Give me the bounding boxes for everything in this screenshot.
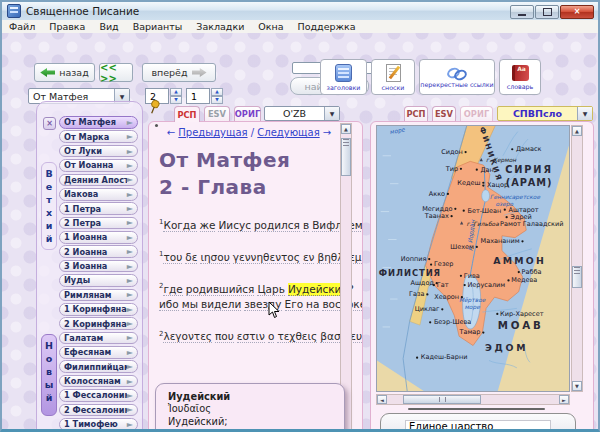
scrollbar-thumb[interactable]: [572, 266, 582, 288]
city-dot: [429, 321, 431, 323]
maximize-button[interactable]: [535, 5, 559, 19]
word[interactable]: Когда: [163, 219, 196, 232]
book-item[interactable]: Колоссянам: [59, 375, 138, 388]
word[interactable]: ο: [268, 330, 274, 343]
word[interactable]: ибо: [159, 298, 179, 311]
map-horizontal-scrollbar[interactable]: ◄ ►: [376, 394, 570, 405]
back-button[interactable]: назад: [34, 63, 95, 82]
spin-down-icon[interactable]: ▼: [170, 96, 182, 104]
tab-рсп[interactable]: РСП: [174, 106, 200, 122]
city-dot: [416, 357, 418, 359]
next-chapter-link[interactable]: Следующая: [257, 127, 319, 138]
forward-button[interactable]: вперёд: [142, 63, 216, 82]
book-item[interactable]: 2 Коринфянам: [59, 317, 138, 330]
word[interactable]: του: [163, 251, 182, 264]
book-item[interactable]: 2 Петра: [59, 217, 138, 230]
word[interactable]: родился: [254, 219, 300, 232]
word[interactable]: Царь: [257, 283, 284, 296]
word[interactable]: που: [215, 330, 234, 343]
spin-up-icon[interactable]: ▲: [170, 88, 182, 96]
prev-chapter-link[interactable]: Предыдущая: [178, 127, 247, 138]
book-item[interactable]: Иакова: [59, 188, 138, 201]
scroll-up-icon[interactable]: ▲: [572, 126, 582, 136]
menu-item[interactable]: Правка: [42, 21, 92, 32]
dictionary-button[interactable]: словарь: [499, 59, 541, 95]
word[interactable]: δε: [185, 251, 197, 264]
book-item[interactable]: Римлянам: [59, 289, 138, 302]
book-item[interactable]: Деяния Апостолов: [59, 174, 138, 187]
word[interactable]: видели: [201, 298, 241, 311]
verse-spinner[interactable]: 1 ▲ ▼: [186, 88, 223, 104]
word[interactable]: γεννηθεντος: [233, 251, 300, 264]
tab-new-testament[interactable]: Новый: [41, 334, 57, 416]
word[interactable]: τεχθεις: [277, 330, 317, 343]
menu-item[interactable]: Поддержка: [291, 21, 363, 32]
word[interactable]: на: [306, 298, 319, 311]
scroll-down-icon[interactable]: ▼: [572, 381, 582, 391]
scroll-up-icon[interactable]: ▲: [341, 124, 351, 134]
book-item[interactable]: От Марка: [59, 130, 138, 143]
map-view[interactable]: ДамаскСидонТирДанКедешХацорАккоМегиддоБе…: [376, 125, 570, 392]
book-item[interactable]: 1 Тимофею: [59, 418, 138, 431]
tab-esv[interactable]: ESV: [432, 106, 456, 121]
tab-esv[interactable]: ESV: [204, 106, 230, 121]
menu-item[interactable]: Закладки: [189, 21, 251, 32]
map-caption-input[interactable]: [405, 420, 551, 432]
book-item[interactable]: От Иоанна: [59, 159, 138, 172]
word[interactable]: где: [163, 283, 182, 296]
menu-item[interactable]: Файл: [2, 21, 42, 32]
map-dropdown[interactable]: СПВПсло ▼: [497, 106, 593, 121]
spin-down-icon[interactable]: ▼: [211, 96, 223, 104]
word[interactable]: λεγοντες: [163, 330, 212, 343]
book-item[interactable]: 2 Фессалоникийцам: [59, 404, 138, 417]
menu-item[interactable]: Вид: [92, 21, 125, 32]
chevron-down-icon[interactable]: ▼: [324, 107, 339, 120]
tab-ориг[interactable]: ОРИГ: [234, 106, 261, 121]
minimize-button[interactable]: [510, 5, 534, 19]
book-item[interactable]: Ефесянам: [59, 346, 138, 359]
book-item[interactable]: 1 Иоанна: [59, 231, 138, 244]
book-item[interactable]: От Луки: [59, 145, 138, 158]
word[interactable]: родившийся: [186, 283, 255, 296]
footnotes-button[interactable]: сноски: [371, 59, 415, 95]
spin-up-icon[interactable]: ▲: [211, 88, 223, 96]
word[interactable]: в: [303, 219, 309, 232]
book-item[interactable]: От Матфея: [59, 116, 138, 129]
book-item[interactable]: Иуды: [59, 274, 138, 287]
chapter-arrow-icon: [127, 190, 133, 199]
close-button[interactable]: ×: [560, 5, 594, 19]
skip-button[interactable]: << >>: [99, 63, 133, 82]
book-item[interactable]: 1 Петра: [59, 202, 138, 215]
word[interactable]: Вифлееме: [312, 219, 363, 232]
book-item[interactable]: Филиппийцам: [59, 360, 138, 373]
book-item[interactable]: 1 Фессалоникийцам: [59, 389, 138, 402]
close-panel-button[interactable]: ×: [43, 117, 56, 130]
scroll-right-icon[interactable]: ►: [559, 395, 569, 404]
word[interactable]: Иисус: [218, 219, 250, 232]
button-label: заголовки: [327, 84, 361, 91]
chevron-down-icon[interactable]: ▼: [577, 107, 592, 120]
book-item[interactable]: 2 Иоанна: [59, 245, 138, 258]
scrollbar-thumb[interactable]: [403, 395, 481, 404]
menu-item[interactable]: Окна: [251, 21, 290, 32]
map-slider[interactable]: [408, 408, 545, 410]
menu-item[interactable]: Варианты: [126, 21, 190, 32]
word[interactable]: же: [200, 219, 216, 232]
map-vertical-scrollbar[interactable]: ▲ ▼: [571, 125, 583, 392]
book-item[interactable]: 1 Коринфянам: [59, 303, 138, 316]
word[interactable]: εν: [303, 251, 315, 264]
crossrefs-button[interactable]: перекрестные ссылки: [419, 59, 495, 95]
word[interactable]: мы: [182, 298, 198, 311]
word[interactable]: ιησου: [200, 251, 229, 264]
tab-old-testament[interactable]: Ветхий: [41, 162, 57, 250]
scroll-left-icon[interactable]: ◄: [377, 395, 387, 404]
headings-button[interactable]: заголовки: [320, 59, 367, 95]
word[interactable]: Его: [285, 298, 304, 311]
book-item[interactable]: Галатам: [59, 332, 138, 345]
lang-dropdown[interactable]: O'ZB ▼: [264, 106, 340, 121]
word[interactable]: εστιν: [237, 330, 265, 343]
tab-рсп[interactable]: РСП: [404, 106, 428, 121]
scrollbar-thumb[interactable]: [341, 138, 351, 176]
tab-ориг[interactable]: ОРИГ: [460, 106, 493, 121]
book-item[interactable]: 3 Иоанна: [59, 260, 138, 273]
